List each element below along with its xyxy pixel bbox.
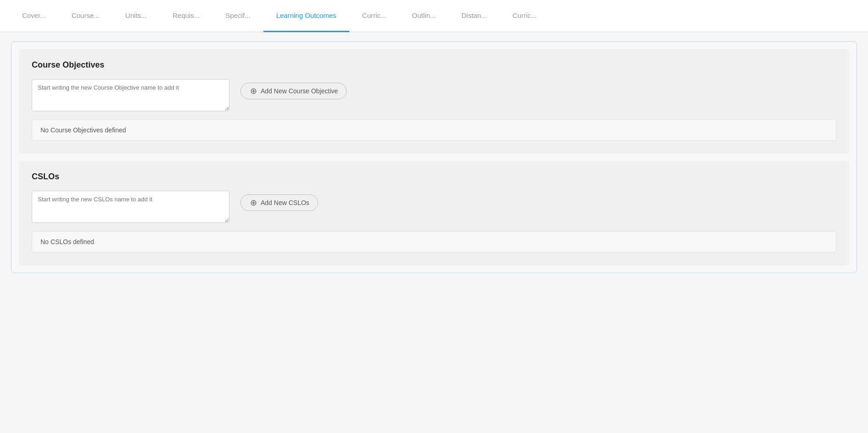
tab-specif[interactable]: Specif... xyxy=(212,0,263,32)
course-objectives-input-row: ⊕ Add New Course Objective xyxy=(32,79,836,111)
tab-course[interactable]: Course... xyxy=(59,0,113,32)
tab-outlin[interactable]: Outlin... xyxy=(399,0,449,32)
tab-requis[interactable]: Requis... xyxy=(160,0,212,32)
add-course-objective-label: Add New Course Objective xyxy=(261,87,338,95)
top-navigation: Cover... Course... Units... Requis... Sp… xyxy=(0,0,868,32)
course-objectives-textarea[interactable] xyxy=(32,79,229,111)
content-outer-container: Course Objectives ⊕ Add New Course Objec… xyxy=(11,41,857,273)
tab-cover[interactable]: Cover... xyxy=(9,0,59,32)
add-course-objective-button[interactable]: ⊕ Add New Course Objective xyxy=(240,83,347,99)
tab-curric2[interactable]: Curric... xyxy=(500,0,550,32)
cslos-textarea[interactable] xyxy=(32,191,229,223)
add-course-objective-icon: ⊕ xyxy=(249,87,257,95)
course-objectives-title: Course Objectives xyxy=(32,60,836,70)
tab-distan[interactable]: Distan... xyxy=(449,0,500,32)
add-cslos-button[interactable]: ⊕ Add New CSLOs xyxy=(240,194,318,211)
cslos-empty-state: No CSLOs defined xyxy=(32,231,836,252)
add-cslos-icon: ⊕ xyxy=(249,199,257,207)
cslos-title: CSLOs xyxy=(32,172,836,182)
tab-curric1[interactable]: Curric... xyxy=(349,0,400,32)
cslos-section: CSLOs ⊕ Add New CSLOs No CSLOs defined xyxy=(19,161,849,265)
tab-units[interactable]: Units... xyxy=(113,0,160,32)
course-objectives-section: Course Objectives ⊕ Add New Course Objec… xyxy=(19,49,849,154)
cslos-input-row: ⊕ Add New CSLOs xyxy=(32,191,836,223)
tab-learning-outcomes[interactable]: Learning Outcomes xyxy=(263,0,349,32)
add-cslos-label: Add New CSLOs xyxy=(261,199,309,206)
main-content: Course Objectives ⊕ Add New Course Objec… xyxy=(0,32,868,282)
course-objectives-empty-state: No Course Objectives defined xyxy=(32,120,836,141)
